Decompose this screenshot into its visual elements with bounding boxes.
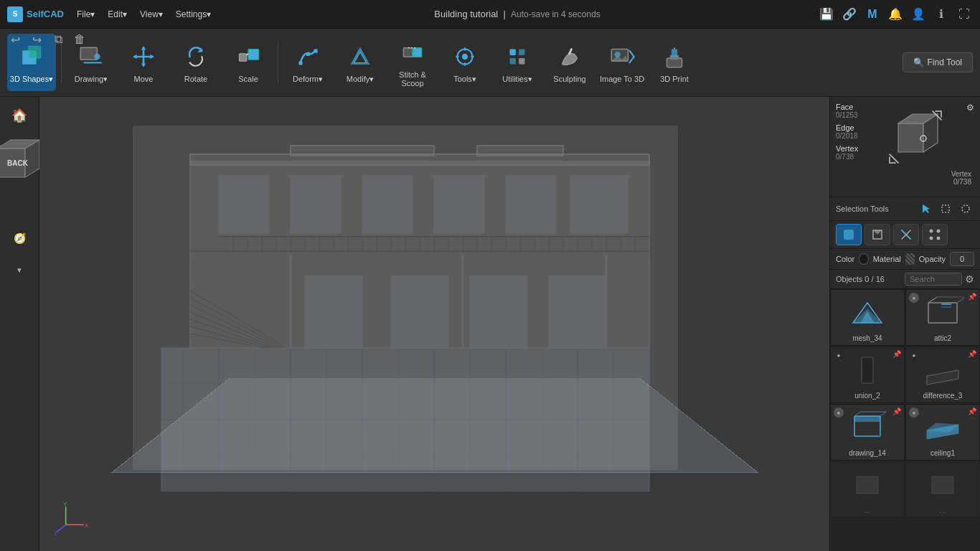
chevron-down-icon[interactable]: ▼ (6, 257, 32, 283)
vertex-mode-button[interactable] (922, 224, 948, 245)
viewport[interactable]: X Y Z (39, 97, 829, 551)
object-mesh-34[interactable]: mesh_34 (830, 289, 905, 346)
share-icon[interactable]: 🔗 (841, 6, 858, 23)
tool-image-to-3d[interactable]: Image To 3D (598, 34, 646, 91)
box-select-icon[interactable] (937, 200, 954, 217)
tool-stitch-scoop[interactable]: Stitch & Scoop (388, 34, 437, 91)
sculpting-label: Sculpting (553, 75, 585, 83)
diff3-pin-icon[interactable]: 📌 (968, 350, 976, 358)
tool-move[interactable]: Move (119, 34, 168, 91)
scale-icon (233, 42, 263, 72)
svg-rect-142 (862, 357, 873, 383)
ceiling1-visibility[interactable]: ● (909, 408, 919, 418)
face-edge-vertex: Face 0/1253 Edge 0/2018 Vertex 0/738 (836, 103, 858, 161)
menu-view[interactable]: View▾ (134, 6, 169, 22)
search-input[interactable] (905, 273, 962, 286)
svg-rect-64 (506, 176, 556, 233)
edge-mode-button[interactable] (893, 224, 919, 245)
topbar-icons: 💾 🔗 M 🔔 👤 ℹ ⛶ (818, 6, 973, 23)
delete-button[interactable]: 🗑 (70, 30, 89, 49)
edge-value: 0/2018 (836, 132, 858, 140)
tool-modify[interactable]: Modify▾ (336, 34, 385, 91)
nav-cube-container[interactable]: BACK (0, 134, 45, 199)
main-toolbar: 3D Shapes▾ Drawing▾ Move (0, 29, 980, 97)
ceiling1-pin-icon[interactable]: 📌 (968, 408, 976, 415)
svg-marker-118 (898, 123, 923, 152)
svg-point-17 (462, 53, 468, 59)
3d-shapes-label: 3D Shapes▾ (10, 75, 53, 84)
svg-rect-10 (314, 49, 317, 52)
material-icon[interactable] (905, 253, 915, 265)
attic2-name: attic2 (934, 334, 951, 342)
compass-icon[interactable]: 🧭 (6, 225, 32, 251)
objects-header: Objects 0 / 16 ⚙ (830, 270, 980, 289)
attic2-pin-icon[interactable]: 📌 (968, 293, 976, 301)
difference3-thumb (920, 352, 966, 389)
menu-edit[interactable]: Edit▾ (102, 6, 133, 22)
right-panel: Face 0/1253 Edge 0/2018 Vertex 0/738 ⚙ (829, 97, 980, 551)
tool-tools[interactable]: Tools▾ (440, 34, 489, 91)
union2-pin-icon[interactable]: 📌 (892, 350, 901, 358)
save-icon[interactable]: 💾 (818, 6, 835, 23)
lasso-select-icon[interactable] (957, 200, 974, 217)
3d-view-cube[interactable] (884, 105, 948, 170)
object-union-2[interactable]: ● 📌 union_2 (830, 347, 905, 403)
copy-button[interactable]: ⧉ (49, 30, 67, 49)
object-attic2[interactable]: ● 📌 attic2 (905, 289, 980, 346)
face-value: 0/1253 (836, 111, 858, 119)
svg-line-138 (957, 297, 964, 303)
redo-button[interactable]: ↪ (27, 30, 46, 49)
color-picker[interactable] (859, 253, 868, 265)
svg-point-130 (937, 230, 941, 233)
attic2-visibility[interactable]: ● (909, 293, 919, 303)
drawing14-visibility[interactable]: ● (834, 408, 844, 418)
fullscreen-icon[interactable]: ⛶ (956, 6, 973, 23)
drawing-label: Drawing▾ (75, 75, 108, 84)
face-mode-button[interactable] (864, 224, 890, 245)
object-ceiling1[interactable]: ● 📌 ceiling1 (905, 404, 980, 461)
object-placeholder-2[interactable]: ... (905, 461, 980, 518)
svg-rect-24 (510, 58, 516, 64)
app-logo[interactable]: S SelfCAD (7, 6, 64, 22)
object-difference-3[interactable]: ● 📌 difference_3 (905, 347, 980, 403)
undo-button[interactable]: ↩ (6, 30, 24, 49)
scale-label: Scale (238, 75, 258, 83)
notification-icon[interactable]: 🔔 (887, 6, 904, 23)
tool-sculpting[interactable]: Sculpting (545, 34, 594, 91)
tool-3d-print[interactable]: 3D Print (650, 34, 699, 91)
menu-settings[interactable]: Settings▾ (170, 6, 217, 22)
image-to-3d-icon (607, 42, 637, 72)
object-placeholder-1[interactable]: ... (830, 461, 905, 518)
drawing14-pin-icon[interactable]: 📌 (892, 408, 901, 415)
user-icon[interactable]: 👤 (910, 6, 927, 23)
diff3-visibility[interactable]: ● (909, 350, 919, 360)
svg-line-137 (928, 297, 937, 303)
svg-rect-105 (305, 276, 362, 348)
info-icon[interactable]: ℹ (933, 6, 950, 23)
objects-row-3: ● 📌 drawing_14 (830, 404, 980, 461)
tool-utilities[interactable]: Utilities▾ (493, 34, 542, 91)
opacity-input[interactable] (950, 252, 974, 266)
small-toolbar: ↩ ↪ ⧉ 🗑 (0, 29, 95, 50)
tools-label: Tools▾ (453, 75, 476, 84)
tool-rotate[interactable]: Rotate (171, 34, 220, 91)
svg-rect-106 (391, 276, 448, 348)
tool-scale[interactable]: Scale (224, 34, 273, 91)
svg-rect-107 (470, 276, 527, 348)
object-drawing-14[interactable]: ● 📌 drawing_14 (830, 404, 905, 461)
home-icon[interactable]: 🏠 (6, 103, 32, 128)
m-icon[interactable]: M (864, 6, 881, 23)
tool-deform[interactable]: Deform▾ (283, 34, 332, 91)
svg-rect-6 (248, 50, 259, 60)
svg-rect-9 (306, 52, 310, 55)
object-mode-button[interactable] (836, 224, 862, 245)
svg-rect-136 (928, 303, 957, 323)
union2-visibility[interactable]: ● (834, 350, 844, 360)
settings-gear-icon[interactable]: ⚙ (966, 103, 974, 113)
menu-file[interactable]: File▾ (71, 6, 100, 22)
objects-settings-icon[interactable]: ⚙ (965, 273, 974, 285)
find-tool-button[interactable]: 🔍 Find Tool (903, 52, 973, 72)
union2-name: union_2 (854, 392, 880, 400)
cursor-select-icon[interactable] (917, 200, 934, 217)
svg-rect-14 (413, 48, 422, 57)
